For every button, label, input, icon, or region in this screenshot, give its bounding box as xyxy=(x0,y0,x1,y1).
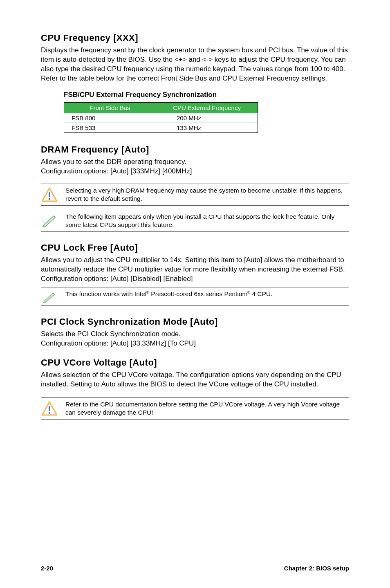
body-pci-clock: Selects the PCI Clock Synchronization mo… xyxy=(41,330,349,348)
table-header-row: Front Side Bus CPU External Frequency xyxy=(64,102,258,113)
svg-rect-4 xyxy=(49,406,50,411)
table-row: FSB 533 133 MHz xyxy=(64,123,258,132)
chapter-label: Chapter 2 xyxy=(284,565,312,572)
info-note-lock-free: This function works with Intel® Prescott… xyxy=(41,287,349,306)
info-note-text: This function works with Intel® Prescott… xyxy=(65,290,349,298)
heading-dram-frequency: DRAM Frequency [Auto] xyxy=(41,144,349,155)
page-footer: 2-20 Chapter 2: BIOS setup xyxy=(41,562,349,572)
body-cpu-vcore: Allows selection of the CPU VCore voltag… xyxy=(41,370,349,389)
page-number: 2-20 xyxy=(41,565,53,572)
chapter-info: Chapter 2: BIOS setup xyxy=(284,565,349,572)
note-mid: Prescott-cored 6xx series Pentium xyxy=(149,290,247,297)
pencil-icon xyxy=(41,213,58,227)
reg-mark: ® xyxy=(146,290,149,294)
heading-cpu-lock-free: CPU Lock Free [Auto] xyxy=(41,242,349,253)
td-freq: 133 MHz xyxy=(156,123,258,132)
info-note-dram: The following item appears only when you… xyxy=(41,210,349,232)
warning-icon xyxy=(41,186,58,202)
th-front-side-bus: Front Side Bus xyxy=(64,102,156,113)
body-dram-frequency: Allows you to set the DDR operating freq… xyxy=(41,157,349,176)
chapter-title: BIOS setup xyxy=(314,565,349,572)
td-freq: 200 MHz xyxy=(156,113,258,123)
warning-note-vcore: Refer to the CPU documentation before se… xyxy=(41,397,349,420)
warning-note-text: Refer to the CPU documentation before se… xyxy=(65,400,349,417)
heading-cpu-frequency: CPU Frequency [XXX] xyxy=(41,33,349,43)
warning-icon xyxy=(41,400,58,416)
svg-point-5 xyxy=(49,412,50,414)
warning-note-dram: Selecting a very high DRAM frequency may… xyxy=(41,184,349,206)
heading-cpu-vcore: CPU VCore Voltage [Auto] xyxy=(41,357,349,368)
table-title-fsb: FSB/CPU External Frequency Synchronizati… xyxy=(64,91,349,99)
note-bold: Intel xyxy=(134,290,146,297)
fsb-table: Front Side Bus CPU External Frequency FS… xyxy=(64,102,258,133)
td-fsb: FSB 533 xyxy=(64,123,156,132)
warning-note-text: Selecting a very high DRAM frequency may… xyxy=(65,186,349,203)
table-row: FSB 800 200 MHz xyxy=(64,113,258,123)
note-pre: This function works with xyxy=(65,290,134,297)
heading-pci-clock: PCI Clock Synchronization Mode [Auto] xyxy=(41,316,349,327)
th-cpu-ext-freq: CPU External Frequency xyxy=(156,102,258,113)
pencil-icon xyxy=(41,290,58,303)
body-cpu-lock-free: Allows you to adjust the CPU multiplier … xyxy=(41,256,349,284)
svg-point-2 xyxy=(49,198,50,200)
note-post: 4 CPU. xyxy=(250,290,272,297)
svg-rect-1 xyxy=(49,192,50,197)
body-cpu-frequency: Displays the frequency sent by the clock… xyxy=(41,46,349,83)
td-fsb: FSB 800 xyxy=(64,113,156,123)
info-note-text: The following item appears only when you… xyxy=(65,213,349,229)
